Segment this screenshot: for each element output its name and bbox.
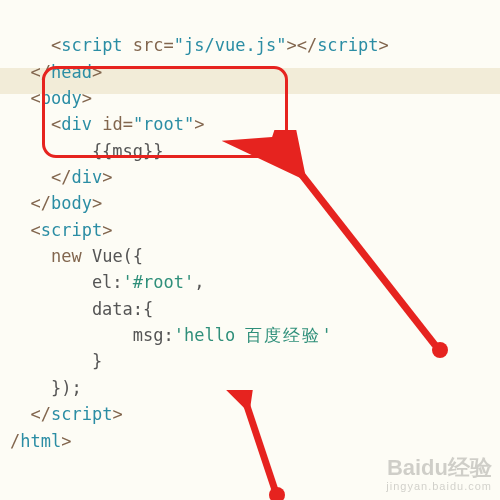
code-text: >	[102, 167, 112, 187]
code-text: /	[10, 431, 20, 451]
code-text: >	[92, 193, 102, 213]
code-text: >	[92, 62, 102, 82]
code-text: new	[51, 246, 82, 266]
code-text: <	[10, 35, 61, 55]
code-text: <	[10, 114, 61, 134]
code-text: </	[10, 193, 51, 213]
code-text: body	[41, 88, 82, 108]
code-text: script	[61, 35, 122, 55]
code-text: id	[92, 114, 123, 134]
code-text: el:	[10, 272, 123, 292]
code-text: </	[10, 404, 51, 424]
code-text: =	[164, 35, 174, 55]
code-text: }	[10, 351, 102, 371]
code-text: body	[51, 193, 92, 213]
code-text: >	[112, 404, 122, 424]
code-text: data:{	[10, 299, 153, 319]
watermark-url: jingyan.baidu.com	[386, 480, 492, 492]
code-text: >	[102, 220, 112, 240]
code-text	[10, 246, 51, 266]
code-text: "js/vue.js"	[174, 35, 287, 55]
code-text: ,	[194, 272, 204, 292]
code-text: script	[317, 35, 378, 55]
code-text: html	[20, 431, 61, 451]
watermark: Baidu经验 jingyan.baidu.com	[386, 456, 492, 492]
code-text: 'hello	[174, 325, 246, 345]
code-text: >	[194, 114, 204, 134]
code-text: Vue({	[82, 246, 143, 266]
code-text: "root"	[133, 114, 194, 134]
code-text: '	[321, 325, 331, 345]
code-text: <	[10, 88, 41, 108]
code-block: <script src="js/vue.js"></script> </head…	[0, 0, 500, 454]
code-text: <	[10, 220, 41, 240]
code-text: src	[123, 35, 164, 55]
code-text: >	[61, 431, 71, 451]
code-text: >	[82, 88, 92, 108]
code-text: </	[10, 62, 51, 82]
svg-point-3	[269, 487, 285, 500]
code-text: =	[123, 114, 133, 134]
code-text: head	[51, 62, 92, 82]
code-text: script	[51, 404, 112, 424]
code-text: div	[61, 114, 92, 134]
code-text: });	[10, 378, 82, 398]
code-text: {{msg}}	[10, 141, 164, 161]
code-text: msg:	[10, 325, 174, 345]
code-text: div	[71, 167, 102, 187]
code-text: '#root'	[123, 272, 195, 292]
code-text: script	[41, 220, 102, 240]
code-text: </	[10, 167, 71, 187]
watermark-brand: Baidu经验	[386, 456, 492, 480]
code-text: 百度经验	[245, 325, 321, 345]
code-text: >	[379, 35, 389, 55]
code-text: ></	[286, 35, 317, 55]
